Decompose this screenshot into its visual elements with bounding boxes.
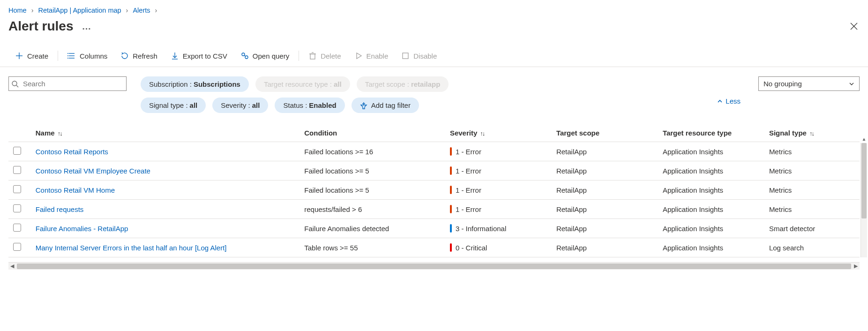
row-checkbox[interactable] (13, 224, 21, 232)
play-icon (354, 52, 363, 60)
sort-icon: ↑↓ (58, 130, 62, 137)
sort-icon: ↑↓ (480, 130, 484, 137)
vertical-scrollbar[interactable]: ▲ (861, 143, 867, 257)
separator (58, 51, 58, 61)
sort-icon: ↑↓ (809, 130, 814, 137)
chevron-down-icon (849, 81, 854, 87)
target-scope: RetailApp (552, 219, 658, 238)
horizontal-scrollbar[interactable]: ◀ ▶ (8, 262, 860, 270)
close-icon[interactable] (849, 22, 859, 31)
table-row: Failed requestsrequests/failed > 61 - Er… (8, 200, 860, 219)
severity-cell: 3 - Informational (450, 224, 547, 233)
signal-type: Smart detector (764, 219, 860, 238)
filter-severity[interactable]: Severity :all (212, 98, 268, 113)
disable-button: Disable (395, 50, 443, 62)
rule-name-link[interactable]: Contoso Retail VM Home (36, 186, 115, 194)
refresh-icon (120, 52, 129, 60)
signal-type: Metrics (764, 161, 860, 181)
trash-icon (308, 52, 317, 60)
signal-type: Metrics (764, 181, 860, 200)
rule-condition: Failed locations >= 16 (299, 142, 445, 161)
severity-cell: 1 - Error (450, 205, 547, 213)
col-severity[interactable]: Severity↑↓ (445, 124, 552, 142)
target-resource-type: Application Insights (658, 219, 764, 238)
search-input[interactable] (8, 76, 127, 91)
add-tag-filter[interactable]: Add tag filter (352, 98, 419, 113)
severity-cell: 0 - Critical (450, 243, 547, 252)
chevron-up-icon (717, 98, 723, 104)
col-scope[interactable]: Target scope (552, 124, 658, 142)
more-icon[interactable]: … (82, 21, 92, 32)
scroll-left-icon: ◀ (10, 263, 14, 269)
plus-icon (15, 52, 23, 60)
create-button[interactable]: Create (8, 50, 55, 62)
severity-bar-icon (450, 224, 452, 233)
columns-button[interactable]: Columns (61, 50, 114, 62)
svg-marker-18 (357, 53, 361, 59)
breadcrumb-alerts[interactable]: Alerts (133, 7, 150, 14)
col-condition[interactable]: Condition (299, 124, 445, 142)
target-scope: RetailApp (552, 142, 658, 161)
svg-rect-15 (310, 54, 315, 59)
columns-icon (67, 52, 76, 60)
col-name[interactable]: Name↑↓ (31, 124, 299, 142)
severity-bar-icon (450, 243, 452, 252)
checkbox-icon (401, 52, 410, 60)
search-input-wrap (8, 76, 127, 91)
query-icon (240, 52, 249, 60)
chevron-right-icon: › (28, 7, 37, 14)
grouping-select[interactable]: No grouping (758, 76, 860, 91)
severity-cell: 1 - Error (450, 147, 547, 156)
signal-type: Metrics (764, 142, 860, 161)
row-checkbox[interactable] (13, 166, 21, 174)
rule-name-link[interactable]: Contoso Retail VM Employee Create (36, 167, 150, 175)
scroll-right-icon: ▶ (854, 263, 858, 269)
filter-target-scope: Target scope :retailapp (357, 76, 449, 92)
svg-point-20 (12, 81, 17, 86)
rule-name-link[interactable]: Failure Anomalies - RetailApp (36, 225, 128, 233)
target-resource-type: Application Insights (658, 142, 764, 161)
scrollbar-thumb[interactable] (17, 263, 851, 269)
svg-point-8 (67, 55, 68, 56)
row-checkbox[interactable] (13, 204, 21, 212)
enable-button: Enable (348, 50, 395, 62)
row-checkbox[interactable] (13, 147, 21, 155)
svg-line-21 (16, 85, 18, 87)
target-resource-type: Application Insights (658, 238, 764, 257)
svg-point-7 (67, 53, 68, 54)
breadcrumb-home[interactable]: Home (8, 7, 27, 14)
rule-condition: requests/failed > 6 (299, 200, 445, 219)
svg-rect-19 (403, 53, 408, 59)
col-restype[interactable]: Target resource type (658, 124, 764, 142)
rule-name-link[interactable]: Many Internal Server Errors in the last … (36, 244, 227, 252)
rule-name-link[interactable]: Contoso Retail Reports (36, 148, 108, 156)
severity-bar-icon (450, 186, 452, 194)
breadcrumb-appmap[interactable]: RetailApp | Application map (38, 7, 121, 14)
severity-bar-icon (450, 147, 452, 156)
svg-line-14 (244, 55, 246, 56)
filter-signal-type[interactable]: Signal type :all (141, 98, 206, 113)
rule-condition: Failed locations >= 5 (299, 181, 445, 200)
scrollbar-thumb[interactable] (861, 143, 867, 218)
rule-condition: Table rows >= 55 (299, 238, 445, 257)
command-bar: Create Columns Refresh Export to CSV Ope… (0, 38, 868, 67)
breadcrumb: Home › RetailApp | Application map › Ale… (0, 0, 868, 17)
row-checkbox[interactable] (13, 243, 21, 251)
col-sigtype[interactable]: Signal type↑↓ (764, 124, 860, 142)
scroll-up-icon: ▲ (861, 136, 867, 142)
open-query-button[interactable]: Open query (234, 50, 296, 62)
filter-subscription[interactable]: Subscription :Subscriptions (141, 76, 249, 92)
filter-status[interactable]: Status :Enabled (275, 98, 344, 113)
refresh-button[interactable]: Refresh (114, 50, 164, 62)
target-resource-type: Application Insights (658, 181, 764, 200)
separator (299, 51, 299, 61)
filter-resource-type: Target resource type :all (255, 76, 350, 92)
signal-type: Log search (764, 238, 860, 257)
export-csv-button[interactable]: Export to CSV (164, 50, 234, 62)
rule-condition: Failed locations >= 5 (299, 161, 445, 181)
severity-cell: 1 - Error (450, 166, 547, 175)
search-icon (11, 80, 19, 88)
collapse-filters[interactable]: Less (717, 76, 744, 105)
rule-name-link[interactable]: Failed requests (36, 205, 84, 213)
row-checkbox[interactable] (13, 185, 21, 193)
